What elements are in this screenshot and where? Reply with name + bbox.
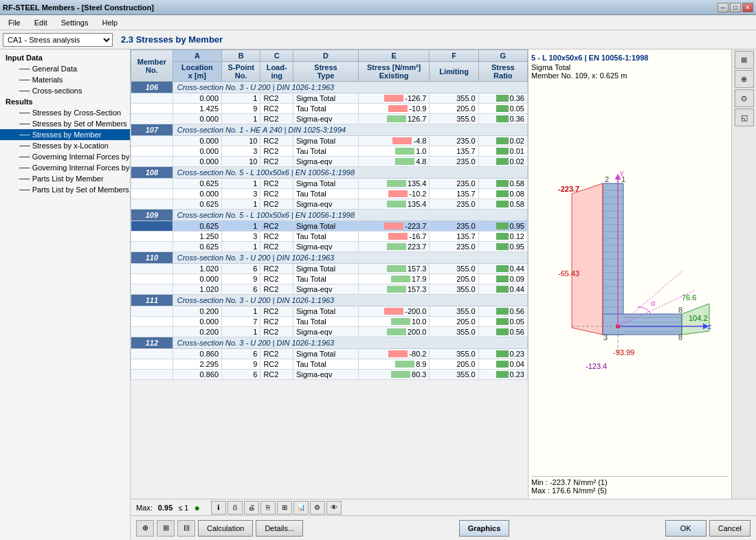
stress-bar-negative (384, 95, 403, 102)
bottom-icon-1[interactable]: ⊕ (136, 520, 154, 537)
bottom-icon-3[interactable]: ⊟ (177, 520, 195, 537)
stress-ratio-cell: 0.01 (478, 146, 527, 157)
bottom-icon-2[interactable]: ⊞ (157, 520, 175, 537)
right-icon-4[interactable]: ◱ (735, 109, 754, 126)
results-header: Results (0, 96, 130, 107)
svg-marker-1 (603, 314, 682, 335)
tree-materials[interactable]: ── Materials (0, 74, 130, 85)
location-cell: 0.625 (173, 242, 221, 252)
tree-stresses-set[interactable]: ── Stresses by Set of Members (0, 118, 130, 129)
table-row[interactable]: 0.2001RC2Sigma Total-200.0355.00.56 (131, 306, 528, 317)
loading-cell: RC2 (260, 189, 293, 199)
graphic-title: 5 - L 100x50x6 | EN 10056-1:1998 (531, 52, 729, 63)
status-bar: Max: 0.95 ≤ 1 ● ℹ ⎙ 🖨 ⎘ ⊞ 📊 ⚙ 👁 (131, 499, 756, 515)
ratio-bar (496, 265, 509, 272)
limiting-stress-cell: 355.0 (430, 306, 478, 317)
loading-cell: RC2 (260, 157, 293, 167)
data-table: MemberNo. A B C D E F G Locationx [m] (131, 49, 528, 380)
menu-edit[interactable]: Edit (29, 17, 53, 28)
table-row[interactable]: 1.4259RC2Tau Total-10.9205.00.05 (131, 104, 528, 114)
menu-settings[interactable]: Settings (56, 17, 94, 28)
analysis-dropdown[interactable]: CA1 - Stress analysis (3, 33, 113, 47)
minimize-button[interactable]: ─ (718, 3, 729, 12)
close-button[interactable]: ✕ (742, 3, 753, 12)
svg-text:-123.4: -123.4 (586, 362, 607, 370)
status-icon-copy[interactable]: ⎘ (260, 501, 276, 515)
right-icon-2[interactable]: ⊕ (735, 70, 754, 88)
tree-governing-m[interactable]: ── Governing Internal Forces by M (0, 151, 130, 162)
right-icon-3[interactable]: ⊙ (735, 89, 754, 107)
calculation-button[interactable]: Calculation (198, 520, 253, 537)
col-sub-ratio: StressRatio (478, 62, 527, 82)
stress-bar-positive (387, 328, 406, 335)
ok-button[interactable]: OK (665, 520, 707, 537)
status-icon-settings[interactable]: ⚙ (310, 501, 325, 515)
stress-type-cell: Sigma-eqv (293, 242, 358, 252)
loading-cell: RC2 (260, 232, 293, 242)
stress-type-cell: Tau Total (293, 232, 358, 242)
table-row[interactable]: 2.2959RC2Tau Total8.9205.00.04 (131, 359, 528, 370)
tree-stresses-x[interactable]: ── Stresses by x-Location (0, 140, 130, 151)
table-row[interactable]: 0.6251RC2Sigma-eqv223.7235.00.95 (131, 242, 528, 252)
menu-bar: File Edit Settings Help (0, 15, 756, 30)
stress-type-cell: Tau Total (293, 317, 358, 327)
table-row[interactable]: 0.0001RC2Sigma Total-126.7355.00.36 (131, 93, 528, 104)
table-row[interactable]: 0.0007RC2Tau Total10.0205.00.05 (131, 317, 528, 327)
cross-section-label: Cross-section No. 5 - L 100x50x6 | EN 10… (173, 210, 527, 221)
table-area[interactable]: MemberNo. A B C D E F G Locationx [m] (131, 49, 529, 499)
menu-file[interactable]: File (3, 17, 26, 28)
graphics-button[interactable]: Graphics (459, 520, 510, 537)
spoint-cell: 1 (222, 221, 260, 232)
location-cell: 0.860 (173, 349, 221, 359)
table-section-row: 109Cross-section No. 5 - L 100x50x6 | EN… (131, 210, 528, 221)
stress-type-cell: Sigma-eqv (293, 199, 358, 210)
table-row[interactable]: 0.00010RC2Sigma Total-4.8235.00.02 (131, 136, 528, 146)
stress-type-cell: Sigma-eqv (293, 114, 358, 124)
table-row[interactable]: 0.8606RC2Sigma-eqv80.3355.00.23 (131, 370, 528, 380)
status-icon-print[interactable]: 🖨 (244, 501, 259, 515)
status-icon-filter[interactable]: ⊞ (277, 501, 292, 515)
spoint-cell: 1 (222, 242, 260, 252)
tree-stresses-cross-section[interactable]: ── Stresses by Cross-Section (0, 107, 130, 118)
tree-parts-set[interactable]: ── Parts List by Set of Members (0, 184, 130, 195)
stress-ratio-cell: 0.58 (478, 199, 527, 210)
table-row[interactable]: 0.8606RC2Sigma Total-80.2355.00.23 (131, 349, 528, 359)
table-row[interactable]: 0.6251RC2Sigma Total135.4235.00.58 (131, 179, 528, 189)
maximize-button[interactable]: □ (730, 3, 741, 12)
table-section-row: 108Cross-section No. 5 - L 100x50x6 | EN… (131, 167, 528, 179)
table-row[interactable]: 1.0206RC2Sigma-eqv157.3355.00.44 (131, 284, 528, 295)
status-icon-eye[interactable]: 👁 (326, 501, 342, 515)
stress-type-cell: Tau Total (293, 359, 358, 370)
status-icon-info[interactable]: ℹ (211, 501, 226, 515)
right-icon-1[interactable]: ⊞ (735, 51, 754, 69)
table-row[interactable]: 0.0003RC2Tau Total-10.2135.70.08 (131, 189, 528, 199)
menu-help[interactable]: Help (96, 17, 123, 28)
tree-cross-sections[interactable]: ── Cross-sections (0, 85, 130, 96)
stress-ratio-cell: 0.36 (478, 114, 527, 124)
tree-general-data[interactable]: ── General Data (0, 63, 130, 74)
existing-stress-cell: 126.7 (358, 114, 430, 124)
existing-stress-cell: 10.0 (358, 317, 430, 327)
tree-stresses-member[interactable]: ── Stresses by Member (0, 129, 130, 140)
table-row[interactable]: 0.6251RC2Sigma Total-223.7235.00.95 (131, 221, 528, 232)
table-row[interactable]: 0.0009RC2Tau Total17.9205.00.09 (131, 274, 528, 284)
limiting-stress-cell: 205.0 (430, 359, 478, 370)
table-row[interactable]: 0.0001RC2Sigma-eqv126.7355.00.36 (131, 114, 528, 124)
status-icon-chart[interactable]: 📊 (293, 501, 309, 515)
stress-ratio-cell: 0.08 (478, 189, 527, 199)
table-row[interactable]: 0.2001RC2Sigma-eqv200.0355.00.56 (131, 327, 528, 337)
details-button[interactable]: Details... (256, 520, 303, 537)
stress-type-cell: Sigma-eqv (293, 157, 358, 167)
table-row[interactable]: 1.2503RC2Tau Total-16.7135.70.12 (131, 232, 528, 242)
table-row[interactable]: 1.0206RC2Sigma Total157.3355.00.44 (131, 264, 528, 274)
cancel-button[interactable]: Cancel (709, 520, 751, 537)
table-row[interactable]: 0.00010RC2Sigma-eqv4.8235.00.02 (131, 157, 528, 167)
loading-cell: RC2 (260, 242, 293, 252)
status-icon-export[interactable]: ⎙ (227, 501, 243, 515)
tree-governing-s[interactable]: ── Governing Internal Forces by S (0, 162, 130, 173)
table-row[interactable]: 0.6251RC2Sigma-eqv135.4235.00.58 (131, 199, 528, 210)
stress-ratio-cell: 0.04 (478, 359, 527, 370)
spoint-cell: 1 (222, 306, 260, 317)
tree-parts-member[interactable]: ── Parts List by Member (0, 173, 130, 184)
table-row[interactable]: 0.0003RC2Tau Total1.0135.70.01 (131, 146, 528, 157)
